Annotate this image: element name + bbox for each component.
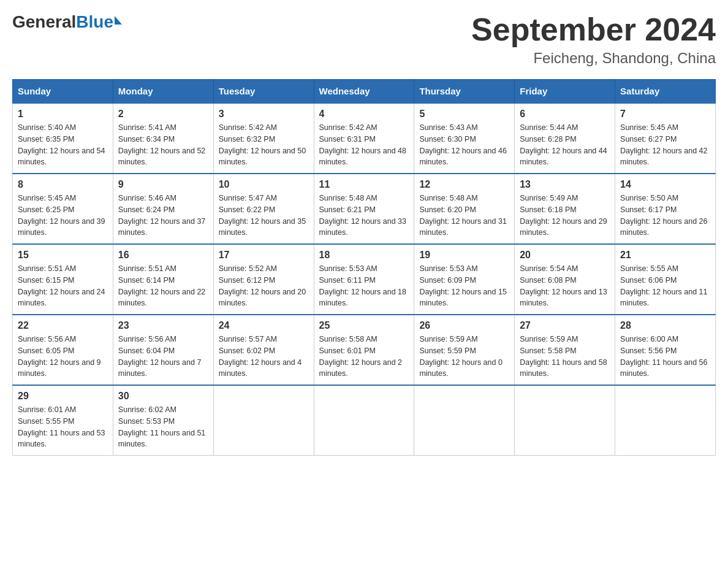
calendar-cell: 30Sunrise: 6:02 AMSunset: 5:53 PMDayligh… bbox=[113, 385, 213, 456]
calendar-cell: 7Sunrise: 5:45 AMSunset: 6:27 PMDaylight… bbox=[615, 103, 716, 174]
logo: General Blue bbox=[12, 12, 122, 32]
day-info: Sunrise: 5:47 AMSunset: 6:22 PMDaylight:… bbox=[219, 193, 309, 239]
day-number: 3 bbox=[219, 109, 309, 120]
day-info: Sunrise: 5:51 AMSunset: 6:14 PMDaylight:… bbox=[118, 263, 208, 309]
day-info: Sunrise: 5:56 AMSunset: 6:04 PMDaylight:… bbox=[118, 334, 208, 380]
calendar-cell: 23Sunrise: 5:56 AMSunset: 6:04 PMDayligh… bbox=[113, 315, 213, 385]
day-number: 21 bbox=[620, 250, 710, 261]
calendar-cell: 20Sunrise: 5:54 AMSunset: 6:08 PMDayligh… bbox=[515, 244, 615, 315]
header-friday: Friday bbox=[515, 80, 615, 104]
calendar-cell: 9Sunrise: 5:46 AMSunset: 6:24 PMDaylight… bbox=[113, 174, 213, 244]
header-row: SundayMondayTuesdayWednesdayThursdayFrid… bbox=[13, 80, 716, 104]
calendar-cell: 15Sunrise: 5:51 AMSunset: 6:15 PMDayligh… bbox=[13, 244, 113, 315]
calendar-cell: 22Sunrise: 5:56 AMSunset: 6:05 PMDayligh… bbox=[13, 315, 113, 385]
logo-blue-text: Blue bbox=[76, 12, 113, 32]
day-number: 24 bbox=[219, 320, 309, 331]
calendar-cell: 2Sunrise: 5:41 AMSunset: 6:34 PMDaylight… bbox=[113, 103, 213, 174]
header-sunday: Sunday bbox=[13, 80, 113, 104]
day-info: Sunrise: 5:58 AMSunset: 6:01 PMDaylight:… bbox=[319, 334, 409, 380]
day-number: 10 bbox=[219, 179, 309, 190]
day-number: 11 bbox=[319, 179, 409, 190]
location-title: Feicheng, Shandong, China bbox=[471, 50, 716, 67]
day-number: 16 bbox=[118, 250, 208, 261]
calendar-cell: 1Sunrise: 5:40 AMSunset: 6:35 PMDaylight… bbox=[13, 103, 113, 174]
day-info: Sunrise: 5:56 AMSunset: 6:05 PMDaylight:… bbox=[18, 334, 108, 380]
page-header: General Blue September 2024 Feicheng, Sh… bbox=[12, 12, 716, 67]
day-info: Sunrise: 5:57 AMSunset: 6:02 PMDaylight:… bbox=[219, 334, 309, 380]
day-info: Sunrise: 5:48 AMSunset: 6:21 PMDaylight:… bbox=[319, 193, 409, 239]
day-info: Sunrise: 5:44 AMSunset: 6:28 PMDaylight:… bbox=[520, 122, 610, 168]
calendar-cell: 6Sunrise: 5:44 AMSunset: 6:28 PMDaylight… bbox=[515, 103, 615, 174]
calendar-cell bbox=[213, 385, 314, 456]
header-thursday: Thursday bbox=[414, 80, 515, 104]
day-info: Sunrise: 5:53 AMSunset: 6:09 PMDaylight:… bbox=[419, 263, 509, 309]
day-info: Sunrise: 5:59 AMSunset: 5:59 PMDaylight:… bbox=[419, 334, 509, 380]
day-info: Sunrise: 6:00 AMSunset: 5:56 PMDaylight:… bbox=[620, 334, 710, 380]
day-number: 2 bbox=[118, 109, 208, 120]
calendar-body: 1Sunrise: 5:40 AMSunset: 6:35 PMDaylight… bbox=[13, 103, 716, 456]
calendar-cell: 10Sunrise: 5:47 AMSunset: 6:22 PMDayligh… bbox=[213, 174, 314, 244]
calendar-cell: 5Sunrise: 5:43 AMSunset: 6:30 PMDaylight… bbox=[414, 103, 515, 174]
day-number: 30 bbox=[118, 391, 208, 402]
calendar-cell bbox=[414, 385, 515, 456]
day-info: Sunrise: 6:02 AMSunset: 5:53 PMDaylight:… bbox=[118, 404, 208, 450]
calendar-table: SundayMondayTuesdayWednesdayThursdayFrid… bbox=[12, 79, 716, 456]
day-number: 18 bbox=[319, 250, 409, 261]
day-number: 5 bbox=[419, 109, 509, 120]
day-info: Sunrise: 5:48 AMSunset: 6:20 PMDaylight:… bbox=[419, 193, 509, 239]
day-info: Sunrise: 5:42 AMSunset: 6:32 PMDaylight:… bbox=[219, 122, 309, 168]
day-number: 28 bbox=[620, 320, 710, 331]
day-info: Sunrise: 6:01 AMSunset: 5:55 PMDaylight:… bbox=[18, 404, 108, 450]
day-number: 13 bbox=[520, 179, 610, 190]
calendar-cell: 26Sunrise: 5:59 AMSunset: 5:59 PMDayligh… bbox=[414, 315, 515, 385]
calendar-cell: 11Sunrise: 5:48 AMSunset: 6:21 PMDayligh… bbox=[314, 174, 414, 244]
day-number: 17 bbox=[219, 250, 309, 261]
day-info: Sunrise: 5:54 AMSunset: 6:08 PMDaylight:… bbox=[520, 263, 610, 309]
day-info: Sunrise: 5:41 AMSunset: 6:34 PMDaylight:… bbox=[118, 122, 208, 168]
day-number: 29 bbox=[18, 391, 108, 402]
day-info: Sunrise: 5:43 AMSunset: 6:30 PMDaylight:… bbox=[419, 122, 509, 168]
day-number: 19 bbox=[419, 250, 509, 261]
day-number: 25 bbox=[319, 320, 409, 331]
day-number: 27 bbox=[520, 320, 610, 331]
calendar-cell: 3Sunrise: 5:42 AMSunset: 6:32 PMDaylight… bbox=[213, 103, 314, 174]
day-number: 1 bbox=[18, 109, 108, 120]
calendar-cell: 21Sunrise: 5:55 AMSunset: 6:06 PMDayligh… bbox=[615, 244, 716, 315]
day-info: Sunrise: 5:45 AMSunset: 6:25 PMDaylight:… bbox=[18, 193, 108, 239]
day-info: Sunrise: 5:50 AMSunset: 6:17 PMDaylight:… bbox=[620, 193, 710, 239]
calendar-cell: 18Sunrise: 5:53 AMSunset: 6:11 PMDayligh… bbox=[314, 244, 414, 315]
week-row-3: 15Sunrise: 5:51 AMSunset: 6:15 PMDayligh… bbox=[13, 244, 716, 315]
day-info: Sunrise: 5:42 AMSunset: 6:31 PMDaylight:… bbox=[319, 122, 409, 168]
calendar-header: SundayMondayTuesdayWednesdayThursdayFrid… bbox=[13, 80, 716, 104]
calendar-cell: 8Sunrise: 5:45 AMSunset: 6:25 PMDaylight… bbox=[13, 174, 113, 244]
logo-triangle-icon bbox=[115, 16, 122, 25]
calendar-cell: 16Sunrise: 5:51 AMSunset: 6:14 PMDayligh… bbox=[113, 244, 213, 315]
day-info: Sunrise: 5:40 AMSunset: 6:35 PMDaylight:… bbox=[18, 122, 108, 168]
header-monday: Monday bbox=[113, 80, 213, 104]
calendar-cell: 12Sunrise: 5:48 AMSunset: 6:20 PMDayligh… bbox=[414, 174, 515, 244]
week-row-1: 1Sunrise: 5:40 AMSunset: 6:35 PMDaylight… bbox=[13, 103, 716, 174]
day-number: 15 bbox=[18, 250, 108, 261]
week-row-4: 22Sunrise: 5:56 AMSunset: 6:05 PMDayligh… bbox=[13, 315, 716, 385]
day-number: 14 bbox=[620, 179, 710, 190]
day-number: 23 bbox=[118, 320, 208, 331]
day-number: 4 bbox=[319, 109, 409, 120]
title-section: September 2024 Feicheng, Shandong, China bbox=[471, 12, 716, 67]
header-saturday: Saturday bbox=[615, 80, 716, 104]
calendar-cell: 29Sunrise: 6:01 AMSunset: 5:55 PMDayligh… bbox=[13, 385, 113, 456]
calendar-cell: 14Sunrise: 5:50 AMSunset: 6:17 PMDayligh… bbox=[615, 174, 716, 244]
calendar-cell bbox=[314, 385, 414, 456]
day-info: Sunrise: 5:51 AMSunset: 6:15 PMDaylight:… bbox=[18, 263, 108, 309]
day-info: Sunrise: 5:45 AMSunset: 6:27 PMDaylight:… bbox=[620, 122, 710, 168]
day-number: 22 bbox=[18, 320, 108, 331]
calendar-cell: 24Sunrise: 5:57 AMSunset: 6:02 PMDayligh… bbox=[213, 315, 314, 385]
calendar-cell bbox=[515, 385, 615, 456]
calendar-cell bbox=[615, 385, 716, 456]
day-info: Sunrise: 5:55 AMSunset: 6:06 PMDaylight:… bbox=[620, 263, 710, 309]
day-info: Sunrise: 5:53 AMSunset: 6:11 PMDaylight:… bbox=[319, 263, 409, 309]
calendar-cell: 28Sunrise: 6:00 AMSunset: 5:56 PMDayligh… bbox=[615, 315, 716, 385]
logo-general-text: General bbox=[12, 12, 76, 32]
calendar-cell: 4Sunrise: 5:42 AMSunset: 6:31 PMDaylight… bbox=[314, 103, 414, 174]
calendar-cell: 19Sunrise: 5:53 AMSunset: 6:09 PMDayligh… bbox=[414, 244, 515, 315]
calendar-cell: 27Sunrise: 5:59 AMSunset: 5:58 PMDayligh… bbox=[515, 315, 615, 385]
